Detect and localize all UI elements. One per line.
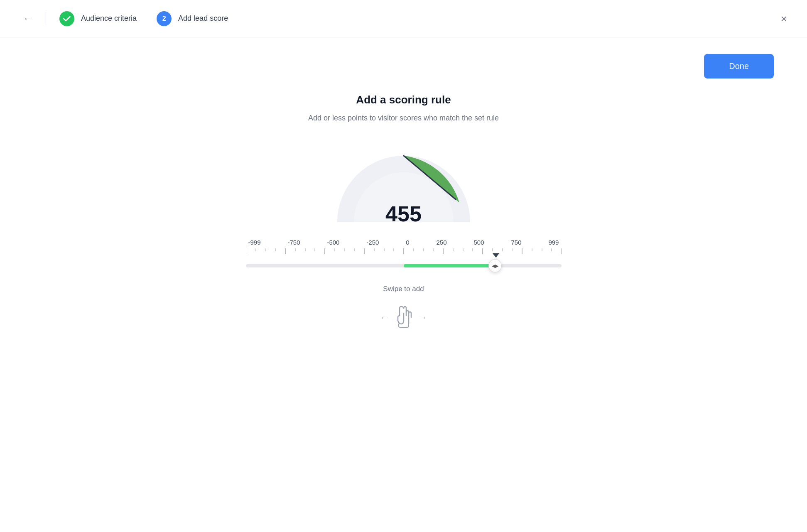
scale-label-500: 500 bbox=[474, 239, 484, 246]
main-content: Done Add a scoring rule Add or less poin… bbox=[0, 37, 807, 331]
slider-pointer-triangle bbox=[493, 253, 499, 257]
done-button[interactable]: Done bbox=[704, 54, 774, 78]
scale-label-neg500: -500 bbox=[327, 239, 339, 246]
scale-label-neg999: -999 bbox=[248, 239, 261, 246]
ticks-svg: // Generate ticks var ticksHTML = ''; fo… bbox=[246, 248, 562, 258]
swipe-label: Swipe to add bbox=[383, 285, 424, 293]
step-2-number-circle: 2 bbox=[157, 11, 172, 26]
done-button-wrapper: Done bbox=[0, 54, 807, 78]
gauge-value: 455 bbox=[385, 201, 422, 226]
scale-label-999: 999 bbox=[548, 239, 559, 246]
done-label: Done bbox=[729, 61, 749, 71]
scale-label-neg250: -250 bbox=[366, 239, 379, 246]
step-2-number: 2 bbox=[162, 15, 166, 22]
step-1-check-circle bbox=[59, 11, 74, 26]
header: ← Audience criteria 2 Add lead score × bbox=[0, 0, 807, 37]
slider-track-fill bbox=[404, 264, 495, 267]
scale-label-0: 0 bbox=[406, 239, 409, 246]
close-button[interactable]: × bbox=[781, 13, 787, 24]
scale-labels: -999 -750 -500 -250 0 250 500 750 999 bbox=[246, 239, 562, 246]
swipe-gesture-icon: ← → bbox=[380, 305, 427, 331]
back-button[interactable]: ← bbox=[20, 10, 36, 27]
page-subtitle: Add or less points to visitor scores who… bbox=[308, 114, 499, 123]
thumb-arrows-icon: ◀▶ bbox=[492, 263, 498, 269]
page-title: Add a scoring rule bbox=[356, 93, 451, 106]
scale-label-250: 250 bbox=[437, 239, 447, 246]
back-arrow-icon: ← bbox=[23, 13, 32, 24]
left-arrow-icon: ← bbox=[380, 314, 388, 322]
check-icon bbox=[63, 16, 71, 22]
hand-pointer-icon bbox=[393, 305, 415, 331]
scale-label-750: 750 bbox=[511, 239, 521, 246]
gauge-chart: 455 bbox=[325, 147, 483, 230]
step-1-item: Audience criteria bbox=[59, 11, 137, 26]
step-2-label: Add lead score bbox=[178, 14, 228, 23]
header-divider bbox=[46, 12, 46, 25]
step-2-item: 2 Add lead score bbox=[157, 11, 228, 26]
step-1-label: Audience criteria bbox=[81, 14, 137, 23]
slider-thumb[interactable]: ◀▶ bbox=[488, 259, 502, 272]
close-icon: × bbox=[781, 12, 787, 25]
right-arrow-icon: → bbox=[419, 314, 427, 322]
slider-section: -999 -750 -500 -250 0 250 500 750 999 //… bbox=[246, 239, 562, 331]
scale-label-neg750: -750 bbox=[287, 239, 300, 246]
tick-marks-row: // Generate ticks var ticksHTML = ''; fo… bbox=[246, 248, 562, 258]
slider-track[interactable]: ◀▶ bbox=[246, 260, 562, 272]
